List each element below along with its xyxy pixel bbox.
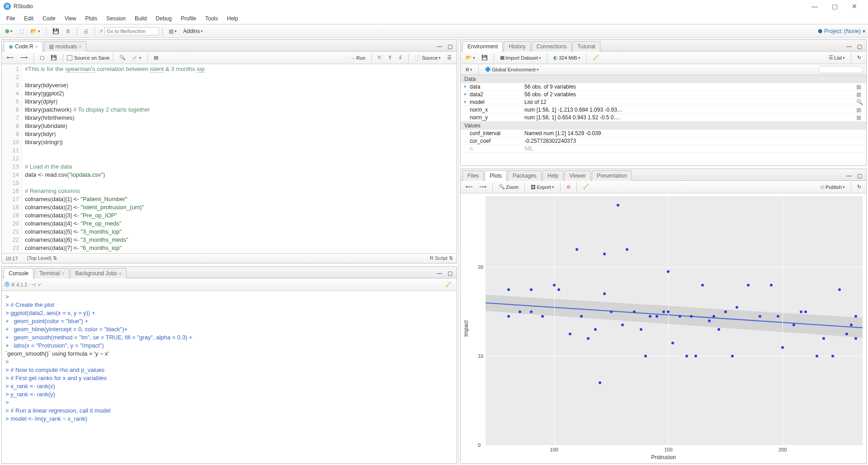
tab-residuals[interactable]: ▦ residuals × — [44, 41, 87, 52]
maximize-button[interactable]: ▢ — [829, 1, 840, 12]
plot-prev-button[interactable]: ⟵ — [463, 183, 475, 191]
tab-viewer[interactable]: Viewer — [564, 170, 590, 181]
menu-view[interactable]: View — [60, 14, 81, 23]
close-tab-icon[interactable]: × — [61, 271, 64, 276]
menu-tools[interactable]: Tools — [201, 14, 222, 23]
zoom-button[interactable]: 🔍 Zoom — [496, 183, 521, 191]
save-all-button[interactable]: 🗎 — [63, 27, 73, 36]
print-button[interactable]: 🖨 — [81, 27, 91, 36]
open-file-button[interactable]: 📂 — [28, 27, 42, 36]
code-area[interactable]: #This is for the spearman's correlation … — [22, 64, 457, 253]
view-mode-button[interactable]: ☰ List — [826, 53, 847, 62]
code-editor[interactable]: 1234567891011121314151617181920212223 #T… — [2, 64, 457, 253]
outline-button[interactable]: ☰ — [445, 53, 454, 62]
tab-connections[interactable]: Connections — [532, 41, 572, 52]
minimize-pane-icon[interactable]: — — [844, 42, 854, 51]
menu-debug[interactable]: Debug — [151, 14, 176, 23]
refresh-plot-button[interactable]: ↻ — [855, 183, 863, 191]
addins-button[interactable]: Addins — [181, 27, 205, 36]
memory-usage[interactable]: ◐ 324 MiB — [551, 53, 582, 62]
close-tab-icon[interactable]: × — [119, 271, 122, 276]
menu-build[interactable]: Build — [130, 14, 151, 23]
menu-code[interactable]: Code — [38, 14, 60, 23]
show-in-new-window-button[interactable]: ▢ — [38, 53, 47, 62]
rerun-button[interactable]: ↻ — [375, 53, 384, 62]
publish-button[interactable]: ◎ Publish — [818, 183, 847, 191]
close-tab-icon[interactable]: × — [79, 44, 82, 49]
minimize-pane-icon[interactable]: — — [844, 171, 854, 180]
tab-console[interactable]: Console — [4, 268, 33, 278]
refresh-button[interactable]: ↻ — [855, 53, 863, 62]
session-icon[interactable]: ➶ — [38, 282, 42, 287]
maximize-pane-icon[interactable]: ▢ — [445, 42, 455, 51]
minimize-pane-icon[interactable]: — — [434, 269, 444, 278]
env-row[interactable]: n56L — [461, 145, 866, 153]
code-tools-button[interactable]: 🪄 — [130, 53, 144, 62]
env-search-input[interactable] — [818, 66, 863, 73]
tab-files[interactable]: Files — [462, 170, 484, 181]
menu-plots[interactable]: Plots — [81, 14, 102, 23]
clear-console-button[interactable]: 🧹 — [443, 280, 454, 289]
env-variable-list[interactable]: Datadata56 obs. of 9 variables▦data256 o… — [461, 75, 866, 165]
export-button[interactable]: 🖼 Export — [528, 183, 557, 191]
new-project-button[interactable]: ⬚ — [17, 27, 26, 36]
close-button[interactable]: ✕ — [849, 1, 860, 12]
back-button[interactable]: ⟵ — [5, 53, 16, 62]
tab-history[interactable]: History — [504, 41, 530, 52]
goto-file-function[interactable]: ↗ — [99, 27, 159, 35]
source-button[interactable]: 📄 Source — [412, 53, 443, 62]
run-button[interactable]: → Run — [348, 54, 368, 62]
scope-selector[interactable]: 🔷 Global Environment — [482, 65, 541, 74]
clear-workspace-button[interactable]: 🧹 — [590, 53, 601, 62]
env-row[interactable]: norm_xnum [1:56, 1] -1.213 0.684 1.093 -… — [461, 106, 866, 114]
load-workspace-button[interactable]: 📂 — [463, 53, 477, 62]
menu-profile[interactable]: Profile — [176, 14, 201, 23]
menu-file[interactable]: File — [2, 14, 19, 23]
tab-terminal[interactable]: Terminal × — [34, 268, 69, 278]
find-replace-button[interactable]: 🔍 — [117, 53, 128, 62]
tab-help[interactable]: Help — [542, 170, 564, 181]
project-menu[interactable]: ⬢ Project: (None) ▾ — [818, 28, 865, 34]
plot-next-button[interactable]: ⟶ — [477, 183, 489, 191]
new-file-button[interactable]: ⊕ — [3, 27, 15, 36]
goto-file-input[interactable] — [104, 27, 159, 35]
env-row[interactable]: conf_intervalNamed num [1:2] 14.529 -0.0… — [461, 130, 866, 137]
save-button[interactable]: 💾 — [50, 27, 61, 36]
env-row[interactable]: modelList of 12🔍 — [461, 99, 866, 106]
menu-edit[interactable]: Edit — [19, 14, 38, 23]
save-workspace-button[interactable]: 💾 — [479, 53, 490, 62]
tab-tutorial[interactable]: Tutorial — [572, 41, 600, 52]
language-selector[interactable]: R — [463, 66, 475, 74]
tools-dropdown[interactable]: ▦ — [166, 27, 179, 36]
tab-plots[interactable]: Plots — [485, 170, 507, 181]
menu-session[interactable]: Session — [102, 14, 130, 23]
menu-help[interactable]: Help — [222, 14, 243, 23]
maximize-pane-icon[interactable]: ▢ — [855, 171, 864, 180]
env-row[interactable]: data56 obs. of 9 variables▦ — [461, 83, 866, 91]
go-down-button[interactable]: ⇩ — [396, 53, 405, 62]
tab-packages[interactable]: Packages — [508, 170, 542, 181]
scope-selector[interactable]: (Top Level) ⇅ — [27, 255, 57, 261]
forward-button[interactable]: ⟶ — [18, 53, 30, 62]
tab-presentation[interactable]: Presentation — [592, 170, 632, 181]
tab-background-jobs[interactable]: Background Jobs × — [70, 268, 127, 278]
maximize-pane-icon[interactable]: ▢ — [445, 269, 455, 278]
filetype-selector[interactable]: R Script ⇅ — [430, 255, 453, 261]
compile-report-button[interactable]: ▤ — [151, 53, 160, 62]
save-file-button[interactable]: 💾 — [48, 53, 59, 62]
import-dataset-button[interactable]: ▦ Import Dataset — [498, 53, 543, 62]
minimize-pane-icon[interactable]: — — [434, 42, 444, 51]
remove-plot-button[interactable]: ⊘ — [564, 183, 573, 191]
env-row[interactable]: norm_ynum [1:56, 1] 0.654 0.943 1.52 -0.… — [461, 114, 866, 122]
tab-code-r[interactable]: ◉ Code.R × — [4, 41, 43, 52]
go-up-button[interactable]: ⇧ — [386, 53, 394, 62]
console-output[interactable]: > > # Create the plot > ggplot(data2, ae… — [2, 291, 457, 463]
maximize-pane-icon[interactable]: ▢ — [855, 42, 864, 51]
clear-all-plots-button[interactable]: 🧹 — [580, 183, 591, 191]
source-on-save-checkbox[interactable] — [67, 55, 72, 61]
tab-environment[interactable]: Environment — [462, 41, 503, 52]
close-tab-icon[interactable]: × — [35, 44, 38, 49]
env-row[interactable]: data256 obs. of 2 variables▦ — [461, 91, 866, 99]
minimize-button[interactable]: — — [809, 1, 820, 12]
env-row[interactable]: cor_coef-0.257728302240373 — [461, 137, 866, 145]
